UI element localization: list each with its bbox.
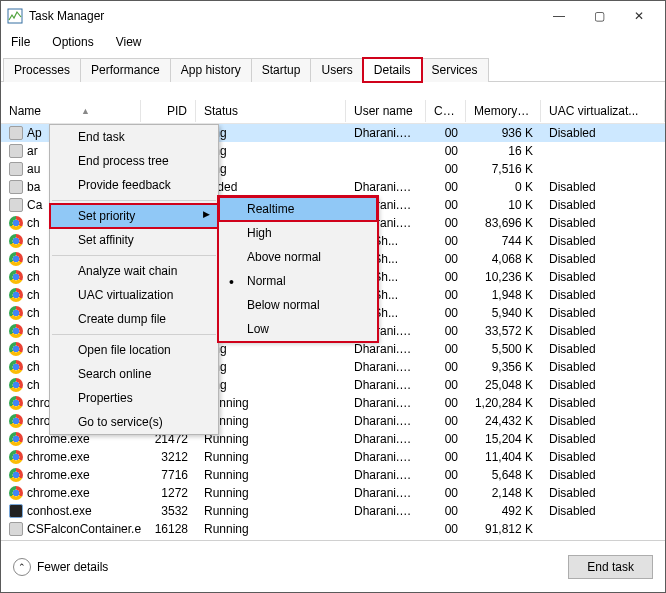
tab-processes[interactable]: Processes bbox=[3, 58, 81, 82]
process-icon bbox=[9, 432, 23, 446]
priority-submenu-item[interactable]: Normal bbox=[219, 269, 377, 293]
process-icon bbox=[9, 144, 23, 158]
priority-submenu-item[interactable]: High bbox=[219, 221, 377, 245]
process-icon bbox=[9, 360, 23, 374]
tab-app-history[interactable]: App history bbox=[170, 58, 252, 82]
process-icon bbox=[9, 216, 23, 230]
priority-submenu: RealtimeHighAbove normalNormalBelow norm… bbox=[218, 196, 378, 342]
title-bar: Task Manager — ▢ ✕ bbox=[1, 1, 665, 31]
context-menu-item[interactable]: Open file location bbox=[50, 338, 218, 362]
process-icon bbox=[9, 396, 23, 410]
priority-submenu-item[interactable]: Below normal bbox=[219, 293, 377, 317]
minimize-button[interactable]: — bbox=[539, 4, 579, 28]
footer-bar: ⌃ Fewer details End task bbox=[1, 540, 665, 592]
process-icon bbox=[9, 486, 23, 500]
context-menu-item[interactable]: Set priority▶ bbox=[50, 204, 218, 228]
col-cpu[interactable]: CPU bbox=[426, 100, 466, 122]
process-icon bbox=[9, 126, 23, 140]
tab-services[interactable]: Services bbox=[421, 58, 489, 82]
process-icon bbox=[9, 414, 23, 428]
context-menu-item[interactable]: End process tree bbox=[50, 149, 218, 173]
context-menu-item[interactable]: Set affinity bbox=[50, 228, 218, 252]
col-user[interactable]: User name bbox=[346, 100, 426, 122]
close-button[interactable]: ✕ bbox=[619, 4, 659, 28]
window-title: Task Manager bbox=[29, 9, 539, 23]
process-icon bbox=[9, 198, 23, 212]
tab-details[interactable]: Details bbox=[363, 58, 422, 82]
priority-submenu-item[interactable]: Low bbox=[219, 317, 377, 341]
process-icon bbox=[9, 504, 23, 518]
context-menu-item[interactable]: Go to service(s) bbox=[50, 410, 218, 434]
context-menu-item[interactable]: Provide feedback bbox=[50, 173, 218, 197]
menu-bar: File Options View bbox=[1, 31, 665, 55]
process-icon bbox=[9, 162, 23, 176]
tab-users[interactable]: Users bbox=[310, 58, 363, 82]
process-icon bbox=[9, 342, 23, 356]
process-icon bbox=[9, 306, 23, 320]
process-table-body: ApningDharani.Sh...00936 KDisabledarning… bbox=[1, 124, 665, 540]
column-headers: Name▲ PID Status User name CPU Memory (a… bbox=[1, 98, 665, 124]
menu-view[interactable]: View bbox=[112, 33, 146, 51]
table-row[interactable]: chrome.exe1272RunningDharani.Sh...002,14… bbox=[1, 484, 665, 502]
menu-options[interactable]: Options bbox=[48, 33, 97, 51]
chevron-up-icon: ⌃ bbox=[13, 558, 31, 576]
process-icon bbox=[9, 468, 23, 482]
maximize-button[interactable]: ▢ bbox=[579, 4, 619, 28]
col-name[interactable]: Name▲ bbox=[1, 100, 141, 122]
fewer-details-button[interactable]: ⌃ Fewer details bbox=[13, 558, 108, 576]
process-icon bbox=[9, 450, 23, 464]
process-icon bbox=[9, 270, 23, 284]
col-uac[interactable]: UAC virtualizat... bbox=[541, 100, 665, 122]
process-icon bbox=[9, 378, 23, 392]
process-icon bbox=[9, 288, 23, 302]
menu-file[interactable]: File bbox=[7, 33, 34, 51]
context-menu-item[interactable]: End task bbox=[50, 125, 218, 149]
process-icon bbox=[9, 180, 23, 194]
process-icon bbox=[9, 234, 23, 248]
context-menu-item[interactable]: Properties bbox=[50, 386, 218, 410]
priority-submenu-item[interactable]: Realtime bbox=[219, 197, 377, 221]
table-row[interactable]: chrome.exe7716RunningDharani.Sh...005,64… bbox=[1, 466, 665, 484]
tab-strip: Processes Performance App history Startu… bbox=[1, 57, 665, 82]
col-status[interactable]: Status bbox=[196, 100, 346, 122]
priority-submenu-item[interactable]: Above normal bbox=[219, 245, 377, 269]
table-row[interactable]: conhost.exe3532RunningDharani.Sh...00492… bbox=[1, 502, 665, 520]
table-row[interactable]: CSFalconContainer.e16128Running0091,812 … bbox=[1, 520, 665, 538]
col-pid[interactable]: PID bbox=[141, 100, 196, 122]
context-menu: End taskEnd process treeProvide feedback… bbox=[49, 124, 219, 435]
col-mem[interactable]: Memory (a... bbox=[466, 100, 541, 122]
tab-startup[interactable]: Startup bbox=[251, 58, 312, 82]
context-menu-item[interactable]: Analyze wait chain bbox=[50, 259, 218, 283]
context-menu-item[interactable]: UAC virtualization bbox=[50, 283, 218, 307]
process-icon bbox=[9, 252, 23, 266]
process-icon bbox=[9, 522, 23, 536]
context-menu-item[interactable]: Create dump file bbox=[50, 307, 218, 331]
process-icon bbox=[9, 324, 23, 338]
task-manager-icon bbox=[7, 8, 23, 24]
end-task-button[interactable]: End task bbox=[568, 555, 653, 579]
table-row[interactable]: chrome.exe3212RunningDharani.Sh...0011,4… bbox=[1, 448, 665, 466]
context-menu-item[interactable]: Search online bbox=[50, 362, 218, 386]
sort-ascending-icon: ▲ bbox=[81, 106, 90, 116]
tab-performance[interactable]: Performance bbox=[80, 58, 171, 82]
